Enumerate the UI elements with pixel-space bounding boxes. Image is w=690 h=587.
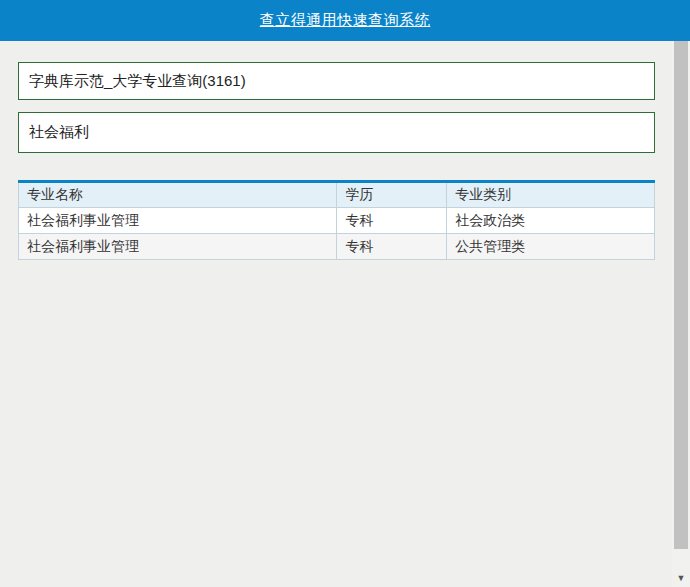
cell-category: 公共管理类 (447, 234, 655, 260)
cell-category: 社会政治类 (447, 208, 655, 234)
scrollbar-thumb[interactable] (674, 41, 688, 549)
vertical-scrollbar[interactable]: ▼ (672, 41, 690, 587)
app-title-link[interactable]: 查立得通用快速查询系统 (260, 11, 431, 30)
app-header: 查立得通用快速查询系统 (0, 0, 690, 41)
cell-major-name: 社会福利事业管理 (19, 234, 337, 260)
chevron-down-icon: ▼ (677, 573, 686, 583)
query-title-label: 字典库示范_大学专业查询(3161) (29, 72, 246, 91)
query-title-box: 字典库示范_大学专业查询(3161) (18, 62, 655, 100)
cell-degree: 专科 (337, 208, 447, 234)
table-row: 社会福利事业管理 专科 公共管理类 (19, 234, 655, 260)
table-row: 社会福利事业管理 专科 社会政治类 (19, 208, 655, 234)
scrollbar-down-button[interactable]: ▼ (672, 569, 690, 587)
search-input[interactable] (18, 112, 655, 153)
column-header-category: 专业类别 (447, 182, 655, 208)
column-header-major-name: 专业名称 (19, 182, 337, 208)
results-table: 专业名称 学历 专业类别 社会福利事业管理 专科 社会政治类 社会福利事业管理 … (18, 180, 655, 260)
column-header-degree: 学历 (337, 182, 447, 208)
table-header-row: 专业名称 学历 专业类别 (19, 182, 655, 208)
cell-degree: 专科 (337, 234, 447, 260)
cell-major-name: 社会福利事业管理 (19, 208, 337, 234)
